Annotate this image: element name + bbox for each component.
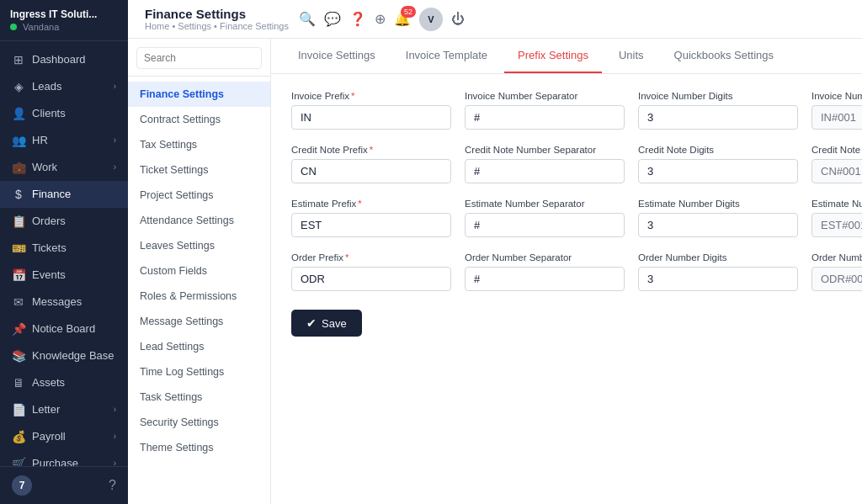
invoice-digits-group: Invoice Number Digits [638, 91, 798, 130]
help-circle-icon[interactable]: ❓ [349, 11, 366, 27]
settings-nav-attendance[interactable]: Attendance Settings [128, 208, 270, 233]
settings-nav-task[interactable]: Task Settings [128, 385, 270, 410]
sidebar-item-work[interactable]: 💼 Work › [0, 154, 128, 181]
tab-invoice-template[interactable]: Invoice Template [392, 39, 501, 73]
sidebar-item-label: Knowledge Base [32, 349, 116, 362]
sidebar-item-finance[interactable]: $ Finance [0, 181, 128, 208]
credit-example-label: Credit Note Number Example [811, 145, 862, 155]
panel-body: Invoice Prefix* Invoice Number Separator… [271, 74, 862, 504]
estimate-digits-group: Estimate Number Digits [638, 199, 798, 237]
settings-nav-theme[interactable]: Theme Settings [128, 435, 270, 460]
estimate-digits-input[interactable] [638, 213, 798, 237]
notification-badge: 52 [401, 6, 416, 18]
tab-invoice-settings[interactable]: Invoice Settings [285, 39, 389, 73]
sidebar-item-notice-board[interactable]: 📌 Notice Board [0, 316, 128, 342]
order-example-group: Order Number Example [811, 252, 862, 291]
estimate-separator-label: Estimate Number Separator [465, 199, 625, 209]
clients-icon: 👤 [12, 107, 25, 120]
content-area: Finance Settings Contract Settings Tax S… [128, 39, 862, 504]
estimate-separator-input[interactable] [465, 213, 625, 237]
settings-nav-tax[interactable]: Tax Settings [128, 132, 270, 157]
sidebar-item-clients[interactable]: 👤 Clients [0, 100, 128, 127]
sidebar-item-label: Notice Board [32, 322, 116, 335]
sidebar-item-label: Leads [32, 80, 107, 93]
sidebar-item-orders[interactable]: 📋 Orders [0, 208, 128, 235]
invoice-example-group: Invoice Number Example [811, 91, 862, 130]
invoice-prefix-label: Invoice Prefix* [291, 91, 451, 101]
credit-separator-input[interactable] [465, 159, 625, 183]
sidebar-item-hr[interactable]: 👥 HR › [0, 127, 128, 154]
sidebar-item-label: Clients [32, 107, 116, 119]
tab-prefix-settings[interactable]: Prefix Settings [504, 39, 602, 73]
sidebar-item-payroll[interactable]: 💰 Payroll › [0, 423, 128, 450]
avatar[interactable]: V [419, 8, 443, 31]
events-icon: 📅 [12, 268, 25, 282]
save-button[interactable]: ✔ Save [291, 310, 362, 337]
add-icon[interactable]: ⊕ [375, 11, 386, 27]
order-separator-input[interactable] [465, 267, 625, 291]
estimate-digits-label: Estimate Number Digits [638, 199, 798, 209]
sidebar-item-messages[interactable]: ✉ Messages [0, 289, 128, 316]
invoice-separator-label: Invoice Number Separator [465, 91, 625, 101]
chat-icon[interactable]: 💬 [324, 11, 341, 27]
tabs: Invoice Settings Invoice Template Prefix… [271, 39, 862, 74]
settings-nav-security[interactable]: Security Settings [128, 410, 270, 435]
settings-nav-roles[interactable]: Roles & Permissions [128, 284, 270, 309]
estimate-example-group: Estimate Number Example [811, 199, 862, 237]
settings-nav-contract[interactable]: Contract Settings [128, 107, 270, 132]
sidebar-item-tickets[interactable]: 🎫 Tickets [0, 235, 128, 262]
settings-nav-lead[interactable]: Lead Settings [128, 334, 270, 359]
sidebar-logo: Ingress IT Soluti... Vandana [10, 8, 97, 32]
search-icon[interactable]: 🔍 [299, 11, 316, 27]
sidebar-item-label: Work [32, 161, 107, 173]
invoice-separator-input[interactable] [465, 105, 625, 130]
sidebar-item-purchase[interactable]: 🛒 Purchase › [0, 450, 128, 466]
tab-units[interactable]: Units [605, 39, 657, 73]
sidebar-item-label: Payroll [32, 430, 107, 443]
invoice-digits-label: Invoice Number Digits [638, 91, 798, 101]
sidebar-item-leads[interactable]: ◈ Leads › [0, 73, 128, 100]
credit-separator-group: Credit Note Number Separator [465, 145, 625, 183]
tab-quickbooks[interactable]: Quickbooks Settings [661, 39, 788, 73]
sidebar-nav: ⊞ Dashboard ◈ Leads › 👤 Clients 👥 HR › 💼… [0, 41, 128, 466]
sidebar-header: Ingress IT Soluti... Vandana [0, 0, 128, 41]
power-icon[interactable]: ⏻ [451, 12, 465, 27]
chevron-right-icon: › [114, 82, 116, 91]
sidebar-item-dashboard[interactable]: ⊞ Dashboard [0, 46, 128, 73]
payroll-icon: 💰 [12, 430, 25, 443]
settings-nav-leaves[interactable]: Leaves Settings [128, 233, 270, 258]
settings-nav-ticket[interactable]: Ticket Settings [128, 157, 270, 183]
settings-nav-project[interactable]: Project Settings [128, 183, 270, 208]
help-icon[interactable]: ? [109, 478, 116, 493]
invoice-digits-input[interactable] [638, 105, 798, 130]
chevron-right-icon: › [114, 459, 116, 466]
assets-icon: 🖥 [12, 376, 25, 390]
credit-prefix-input[interactable] [291, 159, 451, 183]
estimate-separator-group: Estimate Number Separator [465, 199, 625, 237]
settings-nav-finance[interactable]: Finance Settings [128, 82, 270, 107]
sidebar-item-knowledge-base[interactable]: 📚 Knowledge Base [0, 342, 128, 369]
settings-nav-custom-fields[interactable]: Custom Fields [128, 258, 270, 284]
chevron-right-icon: › [114, 135, 116, 145]
sidebar-item-assets[interactable]: 🖥 Assets [0, 369, 128, 396]
order-prefix-input[interactable] [291, 267, 451, 291]
username: Vandana [23, 22, 59, 32]
settings-sidebar: Finance Settings Contract Settings Tax S… [128, 39, 271, 504]
estimate-prefix-input[interactable] [291, 213, 451, 237]
credit-digits-input[interactable] [638, 159, 798, 183]
order-digits-input[interactable] [638, 267, 798, 291]
settings-nav-message[interactable]: Message Settings [128, 309, 270, 334]
settings-nav-timelog[interactable]: Time Log Settings [128, 359, 270, 385]
search-input[interactable] [136, 47, 262, 69]
sidebar-item-events[interactable]: 📅 Events [0, 262, 128, 289]
sidebar-item-label: Letter [32, 403, 107, 416]
estimate-prefix-label: Estimate Prefix* [291, 199, 451, 209]
tickets-icon: 🎫 [12, 241, 25, 255]
invoice-prefix-input[interactable] [291, 105, 451, 130]
sidebar-item-letter[interactable]: 📄 Letter › [0, 396, 128, 423]
credit-digits-label: Credit Note Digits [638, 145, 798, 155]
notification-icon[interactable]: 🔔 52 [394, 11, 411, 27]
app-name: Ingress IT Soluti... [10, 8, 97, 22]
invoice-separator-group: Invoice Number Separator [465, 91, 625, 130]
estimate-example-label: Estimate Number Example [811, 199, 862, 209]
